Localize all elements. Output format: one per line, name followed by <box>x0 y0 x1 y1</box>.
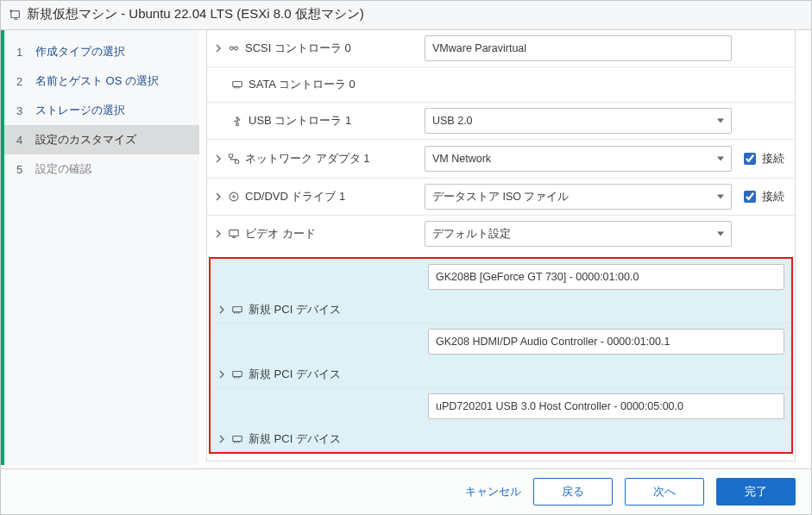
cd-select[interactable]: データストア ISO ファイル <box>425 184 732 210</box>
svg-rect-6 <box>235 160 238 164</box>
cd-connect-checkbox[interactable]: 接続 <box>740 188 784 205</box>
row-video: ビデオ カード デフォルト設定 <box>207 215 795 252</box>
row-label[interactable]: CD/DVD ドライブ 1 <box>207 189 425 204</box>
svg-rect-9 <box>230 230 239 236</box>
step-customize[interactable]: 4 設定のカスタマイズ <box>4 125 199 154</box>
disc-icon <box>228 191 240 203</box>
usb-icon <box>231 115 243 127</box>
chevron-right-icon <box>219 435 226 443</box>
select-value: デフォルト設定 <box>432 227 511 242</box>
network-connect-checkbox[interactable]: 接続 <box>740 150 784 167</box>
row-sata: SATA コントローラ 0 <box>207 66 795 102</box>
wizard-steps: 1 作成タイプの選択 2 名前とゲスト OS の選択 3 ストレージの選択 4 … <box>1 30 199 465</box>
pci-card-icon <box>231 368 243 380</box>
chevron-right-icon <box>216 192 223 201</box>
row-label[interactable]: USB コントローラ 1 <box>207 113 425 129</box>
chevron-down-icon <box>717 119 724 123</box>
step-storage[interactable]: 3 ストレージの選択 <box>4 96 199 125</box>
step-num: 4 <box>16 134 27 147</box>
chevron-right-icon <box>216 44 223 53</box>
row-label-text: USB コントローラ 1 <box>249 113 351 129</box>
row-label[interactable]: ビデオ カード <box>207 226 425 242</box>
svg-rect-3 <box>233 82 242 87</box>
row-network: ネットワーク アダプタ 1 VM Network 接続 <box>207 139 795 178</box>
step-label: 名前とゲスト OS の選択 <box>35 73 159 89</box>
chevron-right-icon <box>216 154 223 163</box>
dialog-footer: キャンセル 戻る 次へ 完了 <box>1 468 811 514</box>
chevron-down-icon <box>717 195 724 199</box>
select-value: USB 2.0 <box>432 115 473 127</box>
step-label: 作成タイプの選択 <box>35 44 125 60</box>
row-pci-3: 新規 PCI デバイス uPD720201 USB 3.0 Host Contr… <box>211 387 791 452</box>
row-label-text: 新規 PCI デバイス <box>249 431 341 447</box>
row-label[interactable]: SCSI コントローラ 0 <box>207 41 425 56</box>
select-value: GK208 HDMI/DP Audio Controller - 0000:01… <box>436 336 670 348</box>
svg-point-4 <box>236 123 239 126</box>
row-label[interactable]: ネットワーク アダプタ 1 <box>207 151 425 166</box>
next-button[interactable]: 次へ <box>625 478 704 506</box>
row-cd: CD/DVD ドライブ 1 データストア ISO ファイル 接続 <box>207 178 795 215</box>
cancel-button[interactable]: キャンセル <box>465 484 521 499</box>
pci1-value[interactable]: GK208B [GeForce GT 730] - 0000:01:00.0 <box>428 264 784 290</box>
row-label[interactable]: 新規 PCI デバイス <box>211 431 428 447</box>
pci-devices-highlight: 新規 PCI デバイス GK208B [GeForce GT 730] - 00… <box>209 257 793 454</box>
step-name-os[interactable]: 2 名前とゲスト OS の選択 <box>4 66 199 96</box>
row-label-text: ビデオ カード <box>245 226 316 242</box>
dialog: 新規仮想マシン - Ubuntu 22.04 LTS (ESXi 8.0 仮想マ… <box>0 0 812 515</box>
usb-select[interactable]: USB 2.0 <box>425 108 732 134</box>
step-label: ストレージの選択 <box>35 103 125 118</box>
settings-panel[interactable]: SCSI コントローラ 0 VMware Paravirtual SA <box>199 30 811 465</box>
row-label-text: 新規 PCI デバイス <box>249 367 341 382</box>
step-create-type[interactable]: 1 作成タイプの選択 <box>4 37 199 66</box>
step-num: 2 <box>16 75 27 88</box>
network-icon <box>228 153 240 165</box>
checkbox[interactable] <box>744 153 756 165</box>
pci2-value[interactable]: GK208 HDMI/DP Audio Controller - 0000:01… <box>428 329 784 355</box>
titlebar: 新規仮想マシン - Ubuntu 22.04 LTS (ESXi 8.0 仮想マ… <box>1 1 811 30</box>
step-label: 設定の確認 <box>35 161 91 177</box>
svg-point-8 <box>233 196 235 198</box>
svg-rect-5 <box>229 154 232 158</box>
select-value: データストア ISO ファイル <box>432 190 569 204</box>
step-num: 5 <box>16 163 27 176</box>
checkbox[interactable] <box>744 191 756 203</box>
step-num: 1 <box>16 46 27 59</box>
svg-point-7 <box>230 192 238 201</box>
scsi-select[interactable]: VMware Paravirtual <box>425 35 732 61</box>
scsi-icon <box>228 42 240 54</box>
network-select[interactable]: VM Network <box>425 146 732 172</box>
select-value: uPD720201 USB 3.0 Host Controller - 0000… <box>436 400 683 412</box>
monitor-icon <box>228 228 240 240</box>
checkbox-label: 接続 <box>762 189 784 204</box>
chevron-down-icon <box>717 157 724 161</box>
select-value: GK208B [GeForce GT 730] - 0000:01:00.0 <box>436 271 639 283</box>
back-button[interactable]: 戻る <box>533 478 613 506</box>
pci-card-icon <box>231 79 243 91</box>
checkbox-label: 接続 <box>762 151 784 166</box>
pci3-value[interactable]: uPD720201 USB 3.0 Host Controller - 0000… <box>428 393 784 419</box>
dialog-title: 新規仮想マシン - Ubuntu 22.04 LTS (ESXi 8.0 仮想マ… <box>27 6 364 22</box>
settings-list: SCSI コントローラ 0 VMware Paravirtual SA <box>206 30 796 462</box>
svg-rect-11 <box>233 372 242 377</box>
row-label-text: 新規 PCI デバイス <box>249 302 341 317</box>
chevron-right-icon <box>216 229 223 238</box>
row-label-text: SATA コントローラ 0 <box>249 77 356 92</box>
vm-new-icon <box>9 9 22 21</box>
row-pci-2: 新規 PCI デバイス GK208 HDMI/DP Audio Controll… <box>211 323 791 387</box>
row-scsi: SCSI コントローラ 0 VMware Paravirtual <box>207 30 795 66</box>
row-pci-1: 新規 PCI デバイス GK208B [GeForce GT 730] - 00… <box>211 259 791 323</box>
dialog-body: 1 作成タイプの選択 2 名前とゲスト OS の選択 3 ストレージの選択 4 … <box>1 30 811 465</box>
video-select[interactable]: デフォルト設定 <box>425 221 732 247</box>
step-confirm[interactable]: 5 設定の確認 <box>4 154 199 184</box>
row-label[interactable]: 新規 PCI デバイス <box>211 367 428 382</box>
select-value: VM Network <box>432 153 491 165</box>
svg-rect-10 <box>233 307 242 312</box>
row-label-text: ネットワーク アダプタ 1 <box>245 151 369 166</box>
row-label[interactable]: SATA コントローラ 0 <box>207 77 425 92</box>
svg-rect-0 <box>11 10 20 17</box>
finish-button[interactable]: 完了 <box>716 478 796 506</box>
pci-card-icon <box>231 433 243 445</box>
row-label[interactable]: 新規 PCI デバイス <box>211 302 428 317</box>
pci-card-icon <box>231 304 243 316</box>
chevron-right-icon <box>219 370 226 379</box>
